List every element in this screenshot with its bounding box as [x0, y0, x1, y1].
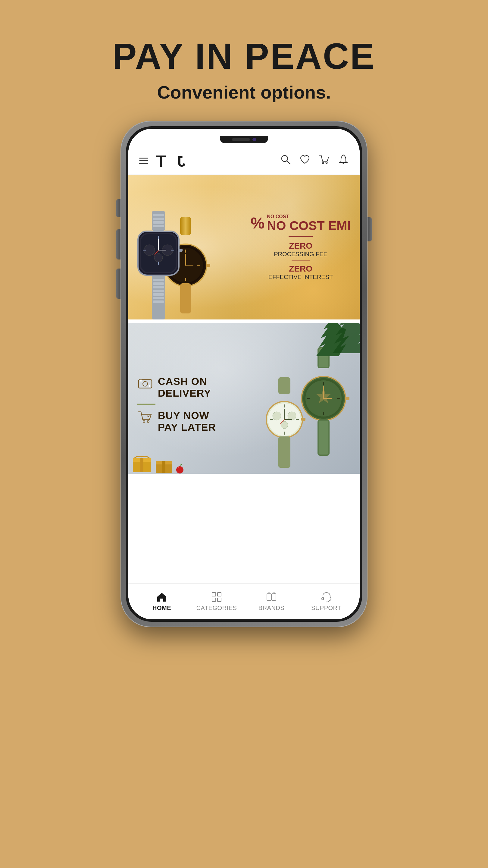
svg-rect-22: [153, 218, 164, 220]
nav-brands-label: BRANDS: [258, 604, 284, 612]
svg-rect-69: [319, 421, 328, 455]
effective-interest: EFFECTIVE INTEREST: [251, 274, 351, 281]
mute-button: [116, 199, 121, 217]
heart-icon[interactable]: [299, 154, 310, 167]
svg-point-92: [176, 466, 184, 473]
svg-rect-98: [272, 594, 276, 600]
buy-now-icon: [137, 410, 153, 425]
app-content: T J: [128, 129, 360, 619]
svg-point-76: [281, 421, 288, 429]
svg-rect-20: [152, 211, 165, 230]
zero-2: ZERO: [251, 264, 351, 274]
processing-fee: PROCESSING FEE: [251, 251, 351, 258]
svg-rect-42: [153, 282, 164, 285]
svg-rect-94: [218, 592, 221, 596]
phone-notch: [220, 136, 268, 143]
svg-point-31: [154, 253, 163, 262]
svg-point-4: [322, 162, 324, 164]
nav-support[interactable]: SUPPORT: [299, 591, 354, 612]
svg-point-75: [288, 412, 296, 420]
cod-banner: CASH ON DELIVERY: [128, 323, 360, 474]
svg-rect-70: [278, 377, 290, 394]
svg-rect-95: [212, 598, 216, 601]
svg-rect-24: [153, 225, 164, 227]
bottom-nav: HOME CATEGORIES: [128, 583, 360, 619]
page-subtitle: Convenient options.: [113, 82, 376, 103]
svg-point-49: [143, 381, 148, 386]
app-header: T J: [128, 147, 360, 175]
nav-categories[interactable]: CATEGORIES: [189, 591, 244, 612]
power-button: [367, 217, 372, 241]
page-title: PAY IN PEACE: [113, 36, 376, 76]
svg-rect-39: [178, 249, 183, 252]
zero-1: ZERO: [251, 241, 351, 251]
nav-support-label: SUPPORT: [311, 604, 341, 612]
phone-shell: T J: [121, 121, 367, 627]
cart-icon[interactable]: [319, 154, 330, 167]
nav-home-label: HOME: [153, 604, 171, 612]
svg-rect-18: [206, 264, 210, 267]
phone-screen: T J: [128, 129, 360, 619]
svg-rect-45: [153, 293, 164, 296]
svg-rect-41: [153, 279, 164, 281]
svg-rect-21: [153, 214, 164, 216]
svg-point-74: [272, 412, 281, 420]
gift-box-2: [155, 457, 173, 474]
svg-text:J: J: [178, 153, 186, 170]
phone-mockup: T J: [121, 121, 367, 627]
banners-area: % NO COST NO COST EMI ZERO: [128, 175, 360, 583]
svg-rect-91: [162, 461, 165, 473]
nav-home[interactable]: HOME: [134, 591, 189, 612]
svg-text:T: T: [156, 152, 166, 170]
emi-text: % NO COST NO COST EMI ZERO: [251, 214, 351, 281]
buy-now-line1: BUY NOW: [158, 410, 216, 421]
speaker: [232, 138, 250, 141]
svg-point-52: [143, 421, 145, 423]
buy-now-line2: PAY LATER: [158, 421, 216, 433]
svg-rect-43: [153, 286, 164, 288]
cod-text: CASH ON DELIVERY: [137, 375, 216, 433]
svg-point-5: [326, 162, 327, 164]
percent-symbol: %: [251, 214, 264, 232]
svg-rect-44: [153, 290, 164, 292]
brands-icon: [266, 591, 277, 603]
camera: [253, 138, 256, 141]
phone-inner: T J: [126, 126, 362, 622]
volume-up-button: [116, 229, 121, 259]
svg-rect-84: [301, 418, 305, 421]
svg-rect-96: [218, 598, 221, 601]
header-right: [280, 154, 349, 167]
cod-line2: DELIVERY: [158, 387, 211, 399]
menu-icon[interactable]: [139, 158, 148, 164]
bell-icon[interactable]: [338, 154, 349, 167]
svg-rect-46: [153, 297, 164, 299]
svg-rect-51: [149, 385, 150, 387]
svg-rect-50: [140, 380, 141, 381]
svg-rect-93: [212, 592, 216, 596]
page-header: PAY IN PEACE Convenient options.: [113, 0, 376, 103]
emi-title: NO COST EMI: [267, 219, 351, 232]
apple-decoration: [175, 463, 184, 474]
svg-rect-67: [345, 397, 350, 400]
svg-rect-47: [153, 301, 164, 303]
svg-point-2: [282, 156, 288, 161]
header-left: T J: [139, 152, 186, 170]
nav-brands[interactable]: BRANDS: [244, 591, 299, 612]
search-icon[interactable]: [280, 154, 291, 167]
brand-logo: T J: [156, 152, 186, 170]
home-icon: [156, 591, 167, 603]
svg-point-53: [147, 421, 149, 423]
gift-box-1: [131, 453, 153, 474]
svg-rect-97: [267, 594, 271, 600]
svg-line-3: [287, 161, 290, 164]
nav-categories-label: CATEGORIES: [196, 604, 237, 612]
cod-line1: CASH ON: [158, 375, 211, 387]
cash-icon: [137, 375, 153, 391]
svg-rect-23: [153, 221, 164, 224]
categories-icon: [211, 591, 222, 603]
support-icon: [321, 591, 332, 603]
volume-down-button: [116, 269, 121, 299]
emi-banner: % NO COST NO COST EMI ZERO: [128, 175, 360, 319]
svg-rect-88: [140, 458, 143, 472]
svg-rect-85: [278, 436, 290, 468]
